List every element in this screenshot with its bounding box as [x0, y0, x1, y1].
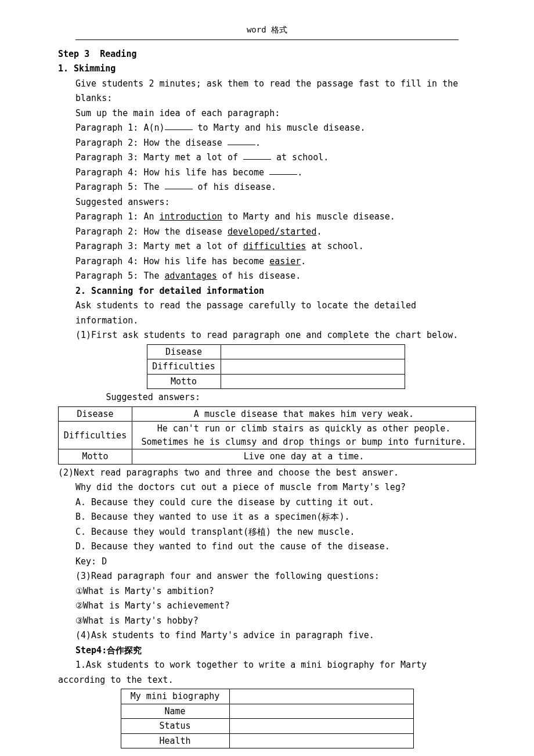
table-row: Name — [121, 704, 413, 719]
table-row: Disease — [147, 344, 405, 359]
blank-input[interactable] — [228, 136, 255, 145]
a2: Paragraph 2: How the disease developed/s… — [75, 225, 476, 240]
scanning-title: 2. Scanning for detailed information — [75, 284, 476, 299]
scanning-q2: (2)Next read paragraphs two and three an… — [58, 466, 476, 481]
p1-blank: Paragraph 1: A(n) to Marty and his muscl… — [75, 121, 476, 136]
q3-c: ③What is Marty's hobby? — [75, 614, 476, 629]
scanning-intro: Ask students to read the passage careful… — [75, 298, 476, 328]
blank-input[interactable] — [269, 165, 297, 175]
blank-cell[interactable] — [221, 359, 405, 375]
suggested-answers-label: Suggested answers: — [75, 195, 476, 210]
q2-option-b: B. Because they wanted to use it as a sp… — [75, 510, 476, 525]
cell-disease-answer: A muscle disease that makes him very wea… — [132, 406, 476, 422]
scanning-q1: (1)First ask students to read paragraph … — [75, 328, 476, 343]
document-page: word 格式 Step 3 Reading 1. Skimming Give … — [0, 0, 534, 756]
header-rule — [75, 39, 459, 40]
cell-disease: Disease — [59, 406, 132, 422]
chart-answers-table: Disease A muscle disease that makes him … — [58, 406, 476, 465]
cell-difficulties: Difficulties — [147, 359, 221, 375]
step4-title: Step4:合作探究 — [75, 643, 476, 658]
blank-input[interactable] — [243, 150, 271, 160]
q3-b: ②What is Marty's achievement? — [75, 599, 476, 614]
q2-question: Why did the doctors cut out a piece of m… — [75, 480, 476, 495]
p3-blank: Paragraph 3: Marty met a lot of at schoo… — [75, 150, 476, 165]
blank-cell[interactable] — [229, 719, 413, 734]
p2-blank: Paragraph 2: How the disease . — [75, 136, 476, 151]
a1: Paragraph 1: An introduction to Marty an… — [75, 210, 476, 225]
p4-blank: Paragraph 4: How his life has become . — [75, 165, 476, 181]
skimming-intro: Give students 2 minutes; ask them to rea… — [75, 77, 476, 106]
blank-cell[interactable] — [221, 374, 405, 389]
page-header: word 格式 — [58, 23, 476, 39]
step4-intro: 1.Ask students to work together to write… — [58, 658, 476, 687]
q2-option-c: C. Because they would transplant(移植) the… — [75, 525, 476, 540]
q3-a: ①What is Marty's ambition? — [75, 584, 476, 599]
q2-key: Key: D — [75, 555, 476, 570]
cell-name: Name — [121, 704, 229, 719]
a3: Paragraph 3: Marty met a lot of difficul… — [75, 239, 476, 254]
cell-status: Status — [121, 719, 229, 734]
table-row: Difficulties He can't run or climb stair… — [59, 422, 476, 449]
cell-motto-answer: Live one day at a time. — [132, 449, 476, 465]
blank-cell[interactable] — [229, 733, 413, 748]
scanning-q4: (4)Ask students to find Marty's advice i… — [75, 628, 476, 643]
a5: Paragraph 5: The advantages of his disea… — [75, 269, 476, 284]
blank-cell[interactable] — [229, 704, 413, 719]
cell-difficulties: Difficulties — [59, 422, 132, 449]
table-row: Status — [121, 719, 413, 734]
cell-biography-header: My mini biography — [121, 689, 229, 704]
blank-input[interactable] — [165, 180, 193, 189]
blank-cell[interactable] — [221, 344, 405, 359]
table-row: Difficulties — [147, 359, 405, 375]
q2-option-d: D. Because they wanted to find out the c… — [75, 539, 476, 555]
table-row: Motto Live one day at a time. — [59, 449, 476, 465]
skimming-sumup: Sum up the main idea of each paragraph: — [75, 106, 476, 121]
cell-difficulties-answer: He can't run or climb stairs as quickly … — [132, 422, 476, 449]
q2-option-a: A. Because they could cure the disease b… — [75, 495, 476, 510]
table-row: Disease A muscle disease that makes him … — [59, 406, 476, 422]
suggested-answers-label-2: Suggested answers: — [75, 390, 476, 405]
cell-motto: Motto — [59, 449, 132, 465]
p5-blank: Paragraph 5: The of his disease. — [75, 180, 476, 195]
cell-health: Health — [121, 733, 229, 748]
step3-title: Step 3 Reading — [58, 47, 476, 62]
table-row: My mini biography — [121, 689, 413, 704]
table-row: Health — [121, 733, 413, 748]
skimming-title: 1. Skimming — [58, 62, 476, 77]
table-row: Motto — [147, 374, 405, 389]
blank-cell[interactable] — [229, 689, 413, 704]
header-title: word 格式 — [247, 25, 287, 34]
cell-motto: Motto — [147, 374, 221, 389]
cell-disease: Disease — [147, 344, 221, 359]
a4: Paragraph 4: How his life has become eas… — [75, 254, 476, 269]
mini-biography-table: My mini biography Name Status Health — [121, 689, 414, 748]
chart-blank-table: Disease Difficulties Motto — [147, 344, 405, 390]
blank-input[interactable] — [165, 121, 193, 130]
scanning-q3: (3)Read paragraph four and answer the fo… — [75, 569, 476, 584]
